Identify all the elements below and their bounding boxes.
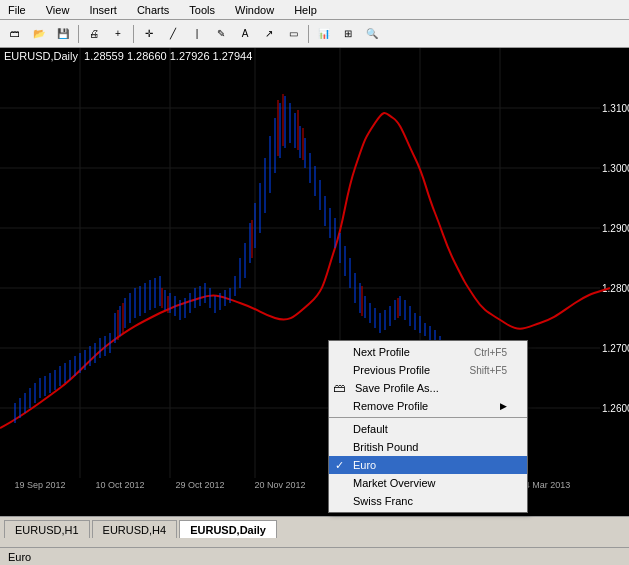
chart-area[interactable]: EURUSD,Daily 1.28559 1.28660 1.27926 1.2… <box>0 48 629 516</box>
ctx-previous-profile[interactable]: Previous Profile Shift+F5 <box>329 361 527 379</box>
tb-zoom-out[interactable]: 🔍 <box>361 23 383 45</box>
ctx-previous-profile-shortcut: Shift+F5 <box>469 365 507 376</box>
ctx-british-pound-label: British Pound <box>353 441 418 453</box>
ctx-save-profile-as[interactable]: 🗃 Save Profile As... <box>329 379 527 397</box>
ctx-swiss-franc[interactable]: Swiss Franc <box>329 492 527 510</box>
ctx-euro-check: ✓ <box>335 459 344 472</box>
tab-bar: EURUSD,H1 EURUSD,H4 EURUSD,Daily <box>0 516 629 538</box>
ctx-remove-profile-arrow: ▶ <box>500 401 507 411</box>
chart-values: 1.28559 1.28660 1.27926 1.27944 <box>84 50 252 62</box>
tb-print[interactable]: 🖨 <box>83 23 105 45</box>
menu-window[interactable]: Window <box>231 3 278 17</box>
ctx-previous-profile-label: Previous Profile <box>353 364 430 376</box>
tb-open[interactable]: 📂 <box>28 23 50 45</box>
toolbar: 🗃 📂 💾 🖨 + ✛ ╱ | ✎ A ↗ ▭ 📊 ⊞ 🔍 <box>0 20 629 48</box>
tb-line[interactable]: ╱ <box>162 23 184 45</box>
ctx-save-profile-as-label: Save Profile As... <box>355 382 439 394</box>
ctx-next-profile[interactable]: Next Profile Ctrl+F5 <box>329 343 527 361</box>
ctx-next-profile-label: Next Profile <box>353 346 410 358</box>
menu-help[interactable]: Help <box>290 3 321 17</box>
tb-sep1 <box>78 25 79 43</box>
svg-text:1.3000: 1.3000 <box>602 163 629 174</box>
menubar: File View Insert Charts Tools Window Hel… <box>0 0 629 20</box>
svg-text:19 Sep 2012: 19 Sep 2012 <box>14 480 65 490</box>
statusbar-text: Euro <box>8 551 31 563</box>
tb-arrow[interactable]: ↗ <box>258 23 280 45</box>
ctx-separator <box>329 417 527 418</box>
menu-file[interactable]: File <box>4 3 30 17</box>
svg-text:29 Oct 2012: 29 Oct 2012 <box>175 480 224 490</box>
tb-crosshair[interactable]: ✛ <box>138 23 160 45</box>
ctx-euro[interactable]: ✓ Euro <box>329 456 527 474</box>
tb-draw[interactable]: ✎ <box>210 23 232 45</box>
ctx-next-profile-shortcut: Ctrl+F5 <box>474 347 507 358</box>
statusbar: Euro <box>0 547 629 565</box>
main-window: EURUSD,Daily 1.28559 1.28660 1.27926 1.2… <box>0 48 629 538</box>
ctx-british-pound[interactable]: British Pound <box>329 438 527 456</box>
chart-symbol: EURUSD,Daily <box>4 50 78 62</box>
svg-rect-0 <box>0 48 629 493</box>
context-menu: Next Profile Ctrl+F5 Previous Profile Sh… <box>328 340 528 513</box>
ctx-swiss-franc-label: Swiss Franc <box>353 495 413 507</box>
ctx-market-overview-label: Market Overview <box>353 477 436 489</box>
ctx-euro-label: Euro <box>353 459 376 471</box>
tb-new-chart[interactable]: 🗃 <box>4 23 26 45</box>
chart-svg: 1.3100 1.3000 1.2900 1.2800 1.2700 1.260… <box>0 48 629 493</box>
svg-text:1.2600: 1.2600 <box>602 403 629 414</box>
tab-eurusd-daily[interactable]: EURUSD,Daily <box>179 520 277 538</box>
svg-text:1.3100: 1.3100 <box>602 103 629 114</box>
ctx-default-label: Default <box>353 423 388 435</box>
tab-eurusd-h4[interactable]: EURUSD,H4 <box>92 520 178 538</box>
tb-zoom-in[interactable]: + <box>107 23 129 45</box>
svg-text:1.2700: 1.2700 <box>602 343 629 354</box>
svg-text:10 Oct 2012: 10 Oct 2012 <box>95 480 144 490</box>
tab-eurusd-h1[interactable]: EURUSD,H1 <box>4 520 90 538</box>
tb-period-sep[interactable]: | <box>186 23 208 45</box>
tb-rect[interactable]: ▭ <box>282 23 304 45</box>
tb-text[interactable]: A <box>234 23 256 45</box>
tb-indicator[interactable]: 📊 <box>313 23 335 45</box>
svg-text:20 Nov 2012: 20 Nov 2012 <box>254 480 305 490</box>
svg-text:1.2900: 1.2900 <box>602 223 629 234</box>
ctx-remove-profile-label: Remove Profile <box>353 400 428 412</box>
ctx-remove-profile[interactable]: Remove Profile ▶ <box>329 397 527 415</box>
tb-template[interactable]: ⊞ <box>337 23 359 45</box>
tb-sep2 <box>133 25 134 43</box>
menu-charts[interactable]: Charts <box>133 3 173 17</box>
tb-sep3 <box>308 25 309 43</box>
ctx-default[interactable]: Default <box>329 420 527 438</box>
ctx-save-profile-icon: 🗃 <box>333 381 345 395</box>
menu-tools[interactable]: Tools <box>185 3 219 17</box>
menu-insert[interactable]: Insert <box>85 3 121 17</box>
menu-view[interactable]: View <box>42 3 74 17</box>
chart-header: EURUSD,Daily 1.28559 1.28660 1.27926 1.2… <box>4 50 252 62</box>
tb-save[interactable]: 💾 <box>52 23 74 45</box>
ctx-market-overview[interactable]: Market Overview <box>329 474 527 492</box>
